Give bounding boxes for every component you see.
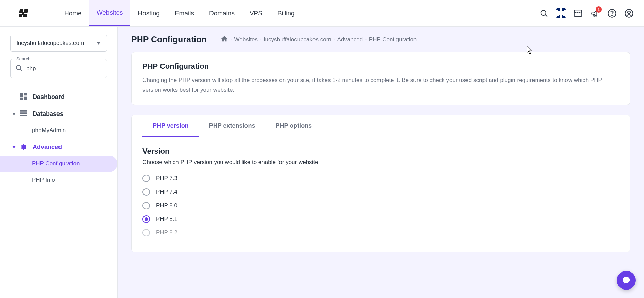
tab-php-version[interactable]: PHP version	[142, 115, 199, 137]
svg-rect-9	[24, 93, 27, 95]
svg-rect-13	[20, 112, 27, 114]
svg-line-1	[545, 15, 547, 17]
page-title: PHP Configuration	[131, 35, 214, 45]
home-icon[interactable]	[221, 35, 228, 44]
locale-flag-icon[interactable]	[556, 8, 566, 18]
breadcrumb-item[interactable]: Websites	[234, 36, 258, 43]
nav-home[interactable]: Home	[57, 0, 89, 26]
sidebar-sub-php-info[interactable]: PHP Info	[0, 172, 117, 188]
chevron-down-icon	[12, 113, 16, 115]
config-tabs: PHP version PHP extensions PHP options	[132, 115, 630, 137]
radio-label: PHP 8.0	[156, 202, 177, 209]
radio-php-7-3[interactable]: PHP 7.3	[142, 175, 619, 182]
nav-links: Home Websites Hosting Emails Domains VPS…	[57, 0, 302, 26]
tab-php-extensions[interactable]: PHP extensions	[199, 115, 266, 137]
radio-icon	[142, 229, 150, 236]
domain-selector-label: lucysbuffalocupcakes.com	[17, 40, 84, 47]
sidebar-sub-php-configuration[interactable]: PHP Configuration	[0, 156, 117, 172]
sidebar-item-databases[interactable]: Databases	[0, 105, 107, 122]
search-icon[interactable]	[539, 8, 549, 18]
svg-rect-11	[20, 98, 23, 100]
svg-point-0	[541, 10, 546, 15]
svg-rect-8	[20, 93, 23, 97]
radio-label: PHP 8.1	[156, 216, 177, 223]
info-card-body: Changing the PHP version will stop all t…	[142, 75, 619, 95]
search-input[interactable]	[26, 65, 102, 72]
svg-rect-14	[20, 115, 27, 116]
chevron-down-icon	[97, 42, 101, 45]
breadcrumb-item[interactable]: lucysbuffalocupcakes.com	[264, 36, 331, 43]
radio-icon	[142, 202, 150, 209]
sidebar-search: Search	[10, 59, 107, 78]
nav-websites[interactable]: Websites	[89, 0, 131, 26]
radio-label: PHP 8.2	[156, 229, 177, 236]
tab-php-options[interactable]: PHP options	[265, 115, 322, 137]
breadcrumb-item[interactable]: Advanced	[337, 36, 363, 43]
config-card: PHP version PHP extensions PHP options V…	[131, 115, 630, 252]
radio-icon	[142, 215, 150, 223]
radio-php-8-0[interactable]: PHP 8.0	[142, 202, 619, 209]
chevron-down-icon	[12, 146, 16, 148]
nav-vps[interactable]: VPS	[242, 0, 270, 26]
sidebar: lucysbuffalocupcakes.com Search Dashboar…	[0, 27, 118, 298]
dashboard-icon	[20, 93, 27, 101]
radio-icon	[142, 175, 150, 182]
domain-selector[interactable]: lucysbuffalocupcakes.com	[10, 35, 107, 52]
svg-point-5	[628, 11, 630, 14]
nav-icons: 1	[539, 8, 634, 18]
sidebar-item-label: Advanced	[33, 144, 62, 151]
radio-label: PHP 7.3	[156, 175, 177, 182]
nav-billing[interactable]: Billing	[270, 0, 302, 26]
radio-label: PHP 7.4	[156, 189, 177, 195]
sidebar-sub-phpmyadmin[interactable]: phpMyAdmin	[0, 122, 117, 139]
info-card-title: PHP Configuration	[142, 62, 619, 71]
nav-domains[interactable]: Domains	[202, 0, 242, 26]
search-label: Search	[15, 56, 32, 62]
breadcrumb: - Websites - lucysbuffalocupcakes.com - …	[221, 35, 417, 44]
top-nav: Home Websites Hosting Emails Domains VPS…	[0, 0, 644, 27]
sidebar-item-label: Databases	[33, 110, 63, 118]
section-desc: Choose which PHP version you would like …	[142, 159, 619, 166]
databases-icon	[20, 110, 27, 118]
nav-emails[interactable]: Emails	[167, 0, 202, 26]
svg-rect-12	[20, 110, 27, 112]
gear-icon	[20, 143, 27, 151]
svg-rect-10	[24, 97, 27, 100]
radio-php-7-4[interactable]: PHP 7.4	[142, 188, 619, 196]
nav-hosting[interactable]: Hosting	[130, 0, 167, 26]
announcement-icon[interactable]: 1	[590, 8, 600, 18]
radio-php-8-1[interactable]: PHP 8.1	[142, 215, 619, 223]
info-card: PHP Configuration Changing the PHP versi…	[131, 52, 630, 105]
radio-php-8-2[interactable]: PHP 8.2	[142, 229, 619, 236]
chat-fab[interactable]	[617, 271, 636, 290]
account-icon[interactable]	[624, 8, 634, 18]
page-header: PHP Configuration - Websites - lucysbuff…	[131, 35, 630, 45]
store-icon[interactable]	[573, 8, 583, 18]
svg-point-6	[16, 65, 21, 70]
sidebar-item-label: Dashboard	[33, 93, 65, 101]
sidebar-item-dashboard[interactable]: Dashboard	[0, 88, 107, 105]
svg-point-3	[612, 15, 612, 15]
logo[interactable]	[19, 8, 30, 19]
sidebar-item-advanced[interactable]: Advanced	[0, 139, 107, 156]
svg-line-7	[20, 69, 22, 71]
main-content: PHP Configuration - Websites - lucysbuff…	[118, 27, 644, 298]
section-title: Version	[142, 147, 619, 156]
breadcrumb-item: PHP Configuration	[369, 36, 417, 43]
notification-badge: 1	[596, 6, 602, 13]
search-icon	[15, 64, 23, 73]
radio-icon	[142, 188, 150, 196]
help-icon[interactable]	[607, 8, 617, 18]
